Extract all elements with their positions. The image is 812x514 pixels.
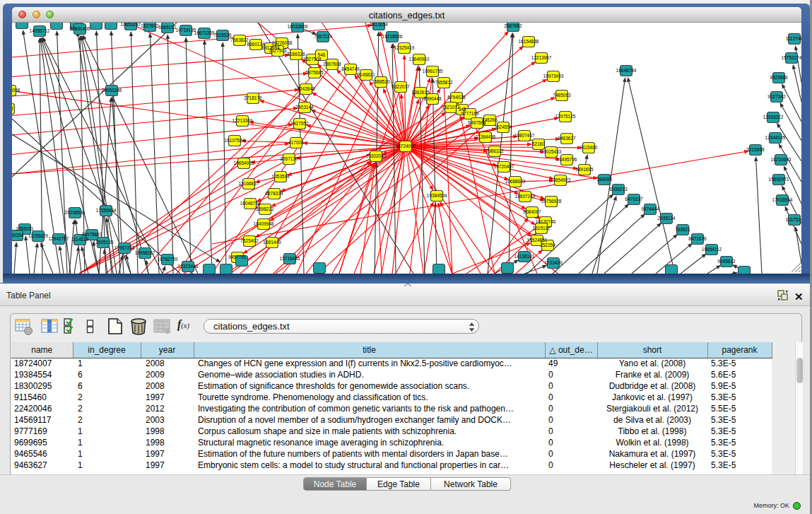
svg-text:9474444: 9474444 bbox=[641, 206, 659, 211]
svg-text:10816058: 10816058 bbox=[12, 88, 20, 93]
svg-text:12323446: 12323446 bbox=[178, 264, 199, 269]
svg-text:2867608: 2867608 bbox=[323, 62, 341, 66]
svg-text:8186328: 8186328 bbox=[287, 52, 305, 57]
svg-text:16107554: 16107554 bbox=[225, 138, 245, 143]
svg-text:12325419: 12325419 bbox=[394, 45, 415, 50]
svg-text:18607249: 18607249 bbox=[515, 194, 536, 199]
svg-text:746266: 746266 bbox=[482, 117, 498, 122]
svg-text:13640910: 13640910 bbox=[409, 57, 430, 62]
svg-text:2803144: 2803144 bbox=[295, 105, 314, 110]
svg-text:16033809: 16033809 bbox=[288, 24, 308, 29]
svg-text:18724007: 18724007 bbox=[396, 144, 416, 148]
svg-text:17016514: 17016514 bbox=[772, 197, 793, 202]
svg-text:20691406: 20691406 bbox=[70, 26, 90, 31]
svg-text:16648784: 16648784 bbox=[616, 68, 637, 73]
svg-text:10961755: 10961755 bbox=[423, 69, 443, 74]
svg-text:1353594: 1353594 bbox=[271, 174, 290, 179]
svg-text:11156829: 11156829 bbox=[28, 233, 48, 238]
svg-text:12213369: 12213369 bbox=[233, 118, 253, 123]
svg-text:5875685: 5875685 bbox=[305, 70, 324, 75]
svg-text:10958117: 10958117 bbox=[135, 250, 155, 255]
svg-text:3267130: 3267130 bbox=[280, 156, 298, 161]
svg-text:3624554: 3624554 bbox=[494, 124, 512, 129]
svg-text:7357224: 7357224 bbox=[314, 34, 332, 39]
svg-text:7515526: 7515526 bbox=[213, 33, 232, 37]
svg-text:9084067: 9084067 bbox=[523, 209, 541, 214]
svg-text:9529966: 9529966 bbox=[770, 75, 788, 80]
svg-text:9242: 9242 bbox=[12, 106, 14, 111]
svg-text:14055712: 14055712 bbox=[30, 28, 50, 33]
svg-text:15720407: 15720407 bbox=[494, 164, 514, 169]
svg-text:16409948: 16409948 bbox=[254, 221, 274, 226]
svg-text:8471676: 8471676 bbox=[688, 236, 707, 241]
svg-text:30975867: 30975867 bbox=[82, 232, 102, 237]
svg-text:20206536: 20206536 bbox=[65, 210, 86, 215]
svg-text:10688609: 10688609 bbox=[505, 179, 526, 184]
svg-text:9427552: 9427552 bbox=[290, 121, 309, 126]
svg-text:15751074: 15751074 bbox=[782, 55, 801, 60]
svg-text:1621072: 1621072 bbox=[442, 105, 460, 110]
svg-text:6479197: 6479197 bbox=[625, 197, 643, 201]
svg-text:7663822: 7663822 bbox=[230, 37, 249, 42]
svg-text:13654923: 13654923 bbox=[551, 177, 571, 182]
svg-text:164095: 164095 bbox=[596, 177, 612, 182]
svg-text:1527602: 1527602 bbox=[141, 23, 159, 28]
svg-text:8878334: 8878334 bbox=[265, 191, 283, 196]
svg-text:9891695: 9891695 bbox=[575, 167, 594, 172]
svg-text:9227342: 9227342 bbox=[767, 94, 786, 99]
svg-text:546: 546 bbox=[318, 52, 326, 57]
svg-text:39154: 39154 bbox=[12, 233, 23, 238]
svg-text:2718176: 2718176 bbox=[244, 95, 262, 100]
svg-text:1691449: 1691449 bbox=[263, 240, 281, 245]
svg-text:15524851: 15524851 bbox=[527, 238, 548, 243]
svg-text:9242848: 9242848 bbox=[297, 86, 315, 91]
svg-text:8813054: 8813054 bbox=[370, 23, 388, 27]
svg-text:9463627: 9463627 bbox=[558, 136, 576, 141]
svg-text:9327508: 9327508 bbox=[303, 57, 322, 62]
svg-text:1362615: 1362615 bbox=[411, 90, 430, 95]
svg-text:10973493: 10973493 bbox=[543, 74, 564, 78]
svg-text:20053346: 20053346 bbox=[102, 88, 122, 93]
svg-text:19654925: 19654925 bbox=[234, 160, 254, 165]
svg-text:17957253: 17957253 bbox=[114, 245, 135, 250]
svg-text:15692971: 15692971 bbox=[769, 177, 789, 182]
svg-text:21364436: 21364436 bbox=[476, 134, 496, 139]
svg-text:6466161: 6466161 bbox=[158, 25, 177, 30]
svg-text:16046738: 16046738 bbox=[240, 201, 261, 206]
svg-text:25302033: 25302033 bbox=[366, 153, 387, 158]
svg-text:7625402: 7625402 bbox=[240, 238, 259, 243]
svg-text:16782759: 16782759 bbox=[158, 257, 178, 262]
svg-text:9777169: 9777169 bbox=[461, 111, 479, 116]
svg-text:6939213: 6939213 bbox=[609, 187, 628, 192]
svg-text:9146821: 9146821 bbox=[357, 72, 375, 77]
svg-text:12093322: 12093322 bbox=[763, 115, 784, 119]
svg-text:1655051: 1655051 bbox=[16, 226, 34, 231]
svg-text:15716485: 15716485 bbox=[280, 256, 300, 261]
svg-text:12942757: 12942757 bbox=[49, 236, 69, 241]
svg-text:6794028: 6794028 bbox=[447, 95, 466, 100]
svg-text:10653287: 10653287 bbox=[121, 23, 141, 27]
svg-text:19218506: 19218506 bbox=[382, 34, 403, 39]
svg-text:10756928: 10756928 bbox=[541, 199, 562, 204]
svg-text:12213967: 12213967 bbox=[531, 55, 552, 60]
svg-text:1114519: 1114519 bbox=[71, 237, 89, 242]
svg-text:16154838: 16154838 bbox=[519, 39, 539, 44]
svg-text:763621: 763621 bbox=[675, 227, 690, 232]
svg-text:16671355: 16671355 bbox=[194, 30, 215, 35]
svg-text:9245612: 9245612 bbox=[717, 259, 736, 264]
svg-text:7955812: 7955812 bbox=[435, 80, 453, 85]
svg-text:10025433: 10025433 bbox=[541, 149, 562, 154]
svg-text:8990448: 8990448 bbox=[423, 96, 442, 101]
svg-text:16120746: 16120746 bbox=[536, 219, 556, 224]
svg-text:62160: 62160 bbox=[532, 141, 545, 146]
svg-text:8454749: 8454749 bbox=[341, 66, 360, 71]
svg-text:2687682: 2687682 bbox=[504, 23, 522, 28]
svg-text:14136141: 14136141 bbox=[514, 254, 535, 259]
svg-text:10719135: 10719135 bbox=[176, 28, 196, 33]
svg-text:252254: 252254 bbox=[540, 243, 555, 247]
svg-text:12444195: 12444195 bbox=[765, 135, 786, 140]
svg-text:417006: 417006 bbox=[288, 140, 304, 145]
svg-text:13495796: 13495796 bbox=[557, 157, 577, 162]
svg-text:9457791: 9457791 bbox=[228, 255, 247, 259]
svg-text:7485063: 7485063 bbox=[553, 93, 571, 98]
